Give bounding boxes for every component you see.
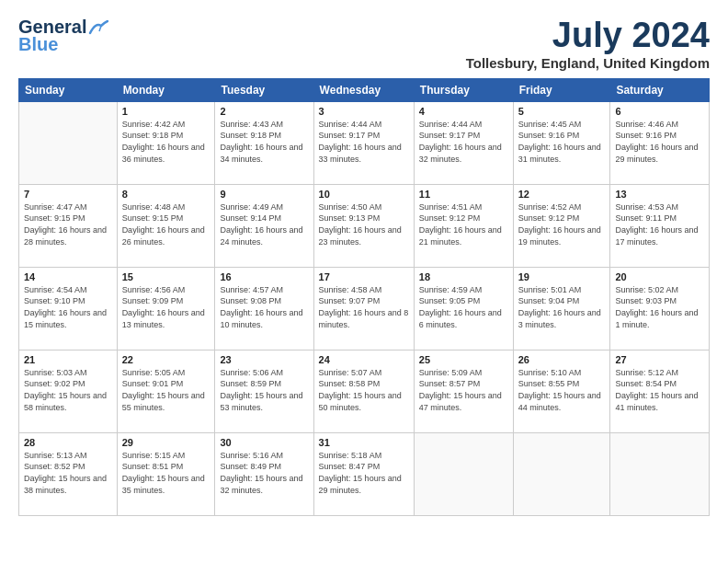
calendar-day-cell: 15Sunrise: 4:56 AMSunset: 9:09 PMDayligh… <box>117 267 215 350</box>
day-info: Sunrise: 4:47 AMSunset: 9:15 PMDaylight:… <box>24 201 112 247</box>
day-info: Sunrise: 4:57 AMSunset: 9:08 PMDaylight:… <box>220 284 308 330</box>
day-number: 11 <box>419 189 508 200</box>
day-info: Sunrise: 5:02 AMSunset: 9:03 PMDaylight:… <box>615 284 704 330</box>
day-info: Sunrise: 5:03 AMSunset: 9:02 PMDaylight:… <box>24 367 112 413</box>
day-number: 28 <box>24 437 112 448</box>
day-info: Sunrise: 5:13 AMSunset: 8:52 PMDaylight:… <box>24 450 112 496</box>
header: General Blue July 2024 Tollesbury, Engla… <box>18 17 710 71</box>
logo-bird-icon <box>88 20 108 35</box>
day-info: Sunrise: 5:01 AMSunset: 9:04 PMDaylight:… <box>518 284 606 330</box>
calendar-day-cell: 30Sunrise: 5:16 AMSunset: 8:49 PMDayligh… <box>215 432 313 515</box>
calendar-day-cell: 31Sunrise: 5:18 AMSunset: 8:47 PMDayligh… <box>313 432 414 515</box>
day-info: Sunrise: 5:12 AMSunset: 8:54 PMDaylight:… <box>615 367 704 413</box>
calendar-day-cell: 21Sunrise: 5:03 AMSunset: 9:02 PMDayligh… <box>19 350 118 432</box>
calendar-page: General Blue July 2024 Tollesbury, Engla… <box>0 0 728 563</box>
day-info: Sunrise: 5:09 AMSunset: 8:57 PMDaylight:… <box>419 367 508 413</box>
day-number: 10 <box>319 189 409 200</box>
day-number: 1 <box>122 106 210 117</box>
month-title: July 2024 <box>466 17 710 55</box>
day-number: 24 <box>319 354 409 365</box>
day-number: 22 <box>122 354 210 365</box>
day-number: 7 <box>24 189 112 200</box>
calendar-day-cell: 27Sunrise: 5:12 AMSunset: 8:54 PMDayligh… <box>610 350 710 432</box>
day-number: 31 <box>319 437 409 448</box>
calendar-day-cell: 14Sunrise: 4:54 AMSunset: 9:10 PMDayligh… <box>19 267 118 350</box>
calendar-day-cell: 25Sunrise: 5:09 AMSunset: 8:57 PMDayligh… <box>414 350 513 432</box>
day-number: 6 <box>615 106 704 117</box>
calendar-day-cell: 26Sunrise: 5:10 AMSunset: 8:55 PMDayligh… <box>513 350 610 432</box>
calendar-day-cell: 9Sunrise: 4:49 AMSunset: 9:14 PMDaylight… <box>215 184 313 267</box>
day-info: Sunrise: 5:10 AMSunset: 8:55 PMDaylight:… <box>518 367 606 413</box>
day-number: 8 <box>122 189 210 200</box>
calendar-day-cell: 16Sunrise: 4:57 AMSunset: 9:08 PMDayligh… <box>215 267 313 350</box>
logo-blue: Blue <box>18 34 58 55</box>
day-info: Sunrise: 4:43 AMSunset: 9:18 PMDaylight:… <box>220 119 308 165</box>
calendar-week-row: 14Sunrise: 4:54 AMSunset: 9:10 PMDayligh… <box>19 267 710 350</box>
calendar-day-cell <box>610 432 710 515</box>
calendar-day-cell <box>513 432 610 515</box>
day-info: Sunrise: 4:53 AMSunset: 9:11 PMDaylight:… <box>615 201 704 247</box>
calendar-day-cell: 24Sunrise: 5:07 AMSunset: 8:58 PMDayligh… <box>313 350 414 432</box>
day-number: 16 <box>220 271 308 282</box>
day-info: Sunrise: 4:49 AMSunset: 9:14 PMDaylight:… <box>220 201 308 247</box>
day-info: Sunrise: 4:59 AMSunset: 9:05 PMDaylight:… <box>419 284 508 330</box>
calendar-day-cell: 20Sunrise: 5:02 AMSunset: 9:03 PMDayligh… <box>610 267 710 350</box>
day-info: Sunrise: 4:45 AMSunset: 9:16 PMDaylight:… <box>518 119 606 165</box>
weekday-header: Thursday <box>414 78 513 101</box>
day-number: 9 <box>220 189 308 200</box>
weekday-header: Monday <box>117 78 215 101</box>
day-number: 17 <box>319 271 409 282</box>
day-number: 21 <box>24 354 112 365</box>
day-number: 19 <box>518 271 606 282</box>
calendar-week-row: 28Sunrise: 5:13 AMSunset: 8:52 PMDayligh… <box>19 432 710 515</box>
logo: General Blue <box>18 17 108 55</box>
calendar-day-cell: 18Sunrise: 4:59 AMSunset: 9:05 PMDayligh… <box>414 267 513 350</box>
day-number: 14 <box>24 271 112 282</box>
calendar-day-cell: 12Sunrise: 4:52 AMSunset: 9:12 PMDayligh… <box>513 184 610 267</box>
calendar-day-cell: 11Sunrise: 4:51 AMSunset: 9:12 PMDayligh… <box>414 184 513 267</box>
day-number: 27 <box>615 354 704 365</box>
calendar-day-cell <box>19 101 118 184</box>
day-info: Sunrise: 4:44 AMSunset: 9:17 PMDaylight:… <box>419 119 508 165</box>
calendar-day-cell: 10Sunrise: 4:50 AMSunset: 9:13 PMDayligh… <box>313 184 414 267</box>
day-info: Sunrise: 5:06 AMSunset: 8:59 PMDaylight:… <box>220 367 308 413</box>
location: Tollesbury, England, United Kingdom <box>466 55 710 71</box>
day-info: Sunrise: 4:44 AMSunset: 9:17 PMDaylight:… <box>319 119 409 165</box>
calendar-day-cell: 23Sunrise: 5:06 AMSunset: 8:59 PMDayligh… <box>215 350 313 432</box>
title-block: July 2024 Tollesbury, England, United Ki… <box>466 17 710 71</box>
day-info: Sunrise: 5:16 AMSunset: 8:49 PMDaylight:… <box>220 450 308 496</box>
calendar-day-cell: 4Sunrise: 4:44 AMSunset: 9:17 PMDaylight… <box>414 101 513 184</box>
calendar-day-cell: 19Sunrise: 5:01 AMSunset: 9:04 PMDayligh… <box>513 267 610 350</box>
calendar-day-cell <box>414 432 513 515</box>
weekday-header: Saturday <box>610 78 710 101</box>
day-info: Sunrise: 4:51 AMSunset: 9:12 PMDaylight:… <box>419 201 508 247</box>
calendar-day-cell: 7Sunrise: 4:47 AMSunset: 9:15 PMDaylight… <box>19 184 118 267</box>
weekday-header: Sunday <box>19 78 118 101</box>
day-number: 4 <box>419 106 508 117</box>
day-number: 29 <box>122 437 210 448</box>
day-info: Sunrise: 5:07 AMSunset: 8:58 PMDaylight:… <box>319 367 409 413</box>
calendar-day-cell: 8Sunrise: 4:48 AMSunset: 9:15 PMDaylight… <box>117 184 215 267</box>
calendar-table: SundayMondayTuesdayWednesdayThursdayFrid… <box>18 78 710 516</box>
day-number: 20 <box>615 271 704 282</box>
calendar-day-cell: 17Sunrise: 4:58 AMSunset: 9:07 PMDayligh… <box>313 267 414 350</box>
day-info: Sunrise: 4:42 AMSunset: 9:18 PMDaylight:… <box>122 119 210 165</box>
weekday-header: Wednesday <box>313 78 414 101</box>
weekday-header: Friday <box>513 78 610 101</box>
day-info: Sunrise: 5:15 AMSunset: 8:51 PMDaylight:… <box>122 450 210 496</box>
day-number: 18 <box>419 271 508 282</box>
day-number: 30 <box>220 437 308 448</box>
calendar-day-cell: 22Sunrise: 5:05 AMSunset: 9:01 PMDayligh… <box>117 350 215 432</box>
day-info: Sunrise: 5:05 AMSunset: 9:01 PMDaylight:… <box>122 367 210 413</box>
calendar-day-cell: 28Sunrise: 5:13 AMSunset: 8:52 PMDayligh… <box>19 432 118 515</box>
calendar-header-row: SundayMondayTuesdayWednesdayThursdayFrid… <box>19 78 710 101</box>
day-info: Sunrise: 4:48 AMSunset: 9:15 PMDaylight:… <box>122 201 210 247</box>
calendar-day-cell: 6Sunrise: 4:46 AMSunset: 9:16 PMDaylight… <box>610 101 710 184</box>
day-number: 15 <box>122 271 210 282</box>
day-number: 23 <box>220 354 308 365</box>
calendar-day-cell: 5Sunrise: 4:45 AMSunset: 9:16 PMDaylight… <box>513 101 610 184</box>
calendar-day-cell: 2Sunrise: 4:43 AMSunset: 9:18 PMDaylight… <box>215 101 313 184</box>
calendar-day-cell: 1Sunrise: 4:42 AMSunset: 9:18 PMDaylight… <box>117 101 215 184</box>
day-number: 2 <box>220 106 308 117</box>
day-number: 12 <box>518 189 606 200</box>
